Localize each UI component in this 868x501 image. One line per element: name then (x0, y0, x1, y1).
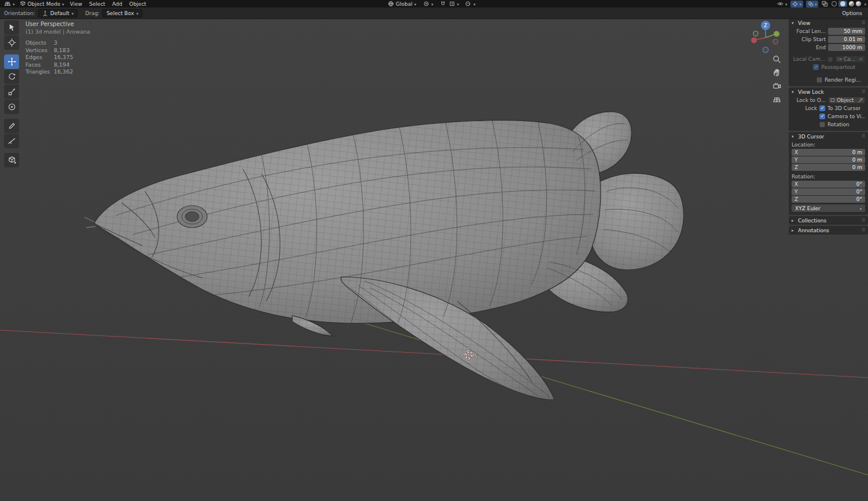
cursor-rotation-x-field[interactable]: X 0° (792, 181, 865, 188)
panel-collections-header[interactable]: Collections (789, 216, 868, 225)
clear-icon[interactable] (858, 56, 863, 62)
shading-dropdown-caret-icon[interactable] (864, 1, 866, 7)
dropdown-caret-icon (457, 1, 459, 7)
gizmos-icon (792, 1, 798, 7)
tool-select-box[interactable] (4, 20, 19, 35)
panel-3d-cursor-header[interactable]: 3D Cursor (789, 132, 868, 141)
lock-3d-cursor-checkbox[interactable] (819, 105, 825, 111)
mode-label: Object Mode (28, 1, 61, 7)
camera-view-icon[interactable] (773, 82, 781, 90)
proportional-circle-icon (465, 1, 471, 7)
pivot-dropdown[interactable] (422, 0, 435, 8)
drag-value: Select Box (106, 10, 134, 16)
editor-type-button[interactable] (2, 0, 17, 8)
pivot-icon (423, 1, 429, 7)
dropdown-caret-icon[interactable] (473, 1, 476, 7)
toolbar (4, 20, 19, 167)
panel-view-header[interactable]: View (789, 19, 868, 27)
pan-hand-icon[interactable] (773, 68, 781, 77)
panel-drag-icon[interactable] (862, 134, 865, 139)
shading-wireframe-button[interactable] (832, 1, 837, 6)
shading-rendered-button[interactable] (856, 1, 861, 6)
scale-icon (8, 87, 16, 96)
local-camera-checkbox[interactable] (827, 57, 833, 62)
sidebar-panel: View Focal Len... 50 mm Clip Start 0.01 … (789, 19, 868, 235)
orientation-default-dropdown[interactable]: Default (38, 9, 78, 17)
panel-view-lock-header[interactable]: View Lock (789, 87, 868, 96)
menu-add[interactable]: Add (109, 0, 126, 8)
overlays-toggle[interactable] (806, 1, 819, 8)
rotation-mode-value: XYZ Euler (795, 206, 821, 211)
visibility-dropdown[interactable] (777, 0, 788, 8)
eyedropper-icon[interactable] (858, 98, 863, 103)
cursor-rotation-z-field[interactable]: Z 0° (792, 196, 865, 203)
zoom-icon[interactable] (773, 55, 781, 64)
panel-drag-icon[interactable] (862, 89, 865, 94)
lock-label: Lock (792, 105, 817, 111)
lock-to-object-field[interactable]: Object (828, 97, 865, 104)
panel-drag-icon[interactable] (862, 218, 865, 223)
passepartout-checkbox[interactable] (813, 64, 819, 70)
xray-toggle[interactable] (821, 0, 829, 8)
transform-controls: Global (387, 0, 476, 8)
menu-object[interactable]: Object (126, 0, 149, 8)
passepartout-label: Passepartout (821, 64, 855, 70)
tool-rotate[interactable] (4, 70, 19, 84)
render-region-checkbox[interactable] (816, 77, 822, 83)
proportional-edit-toggle[interactable] (464, 0, 472, 8)
panel-drag-icon[interactable] (862, 228, 865, 233)
panel-drag-icon[interactable] (862, 20, 865, 25)
dropdown-caret-icon (815, 1, 817, 7)
focal-length-field[interactable]: 50 mm (828, 28, 865, 35)
viewport-editor-icon (4, 1, 11, 8)
barbels (84, 217, 95, 228)
rotate-icon (8, 72, 16, 81)
select-box-icon (8, 23, 16, 32)
lock-rotation-checkbox[interactable] (819, 122, 825, 127)
camera-to-view-label: Camera to Vi... (827, 114, 865, 119)
tool-cursor[interactable] (4, 35, 19, 50)
navigation-gizmo[interactable]: Z (749, 19, 782, 55)
shading-solid-button[interactable] (838, 1, 847, 7)
snap-target-dropdown[interactable] (448, 0, 460, 8)
cursor-location-z-field[interactable]: Z 0 m (792, 164, 865, 171)
cursor-rotation-y-field[interactable]: Y 0° (792, 188, 865, 195)
camera-to-view-checkbox[interactable] (819, 114, 825, 119)
dropdown-caret-icon (799, 1, 801, 7)
cursor-location-y-field[interactable]: Y 0 m (792, 156, 865, 163)
dropdown-caret-icon (414, 1, 417, 7)
gizmo-toggle[interactable] (790, 1, 803, 8)
perspective-toggle-icon[interactable] (773, 95, 781, 104)
mode-selector[interactable]: Object Mode (17, 0, 67, 8)
tool-transform[interactable] (4, 100, 19, 114)
globe-icon (388, 1, 394, 7)
clip-end-label: End (792, 45, 826, 50)
orientation-dropdown[interactable]: Global (387, 0, 417, 8)
rotation-mode-dropdown[interactable]: XYZ Euler (792, 204, 865, 212)
clip-end-field[interactable]: 1000 m (828, 44, 865, 51)
menu-select[interactable]: Select (86, 0, 109, 8)
shading-material-button[interactable] (849, 1, 854, 6)
lock-to-object-label: Lock to O... (792, 97, 826, 103)
dropdown-caret-icon (785, 1, 788, 7)
snap-toggle[interactable] (439, 0, 447, 8)
cursor-location-x-field[interactable]: X 0 m (792, 149, 865, 156)
focal-length-label: Focal Len... (792, 28, 826, 34)
local-camera-field[interactable]: Ca... (835, 56, 865, 63)
rotation-label: Rotation: (789, 173, 868, 180)
drag-dropdown[interactable]: Select Box (102, 9, 142, 17)
tool-measure[interactable] (4, 134, 19, 148)
tool-annotate[interactable] (4, 119, 19, 133)
tool-move[interactable] (4, 54, 19, 69)
viewport-3d[interactable] (0, 0, 868, 501)
clip-start-field[interactable]: 0.01 m (828, 36, 865, 43)
panel-annotations-header[interactable]: Annotations (789, 226, 868, 235)
dropdown-caret-icon (137, 10, 139, 16)
viewport-side-controls (773, 55, 781, 104)
tool-add-cube[interactable] (4, 153, 19, 167)
tool-scale[interactable] (4, 85, 19, 99)
overlays-icon (808, 1, 814, 7)
shading-mode-buttons (832, 1, 861, 7)
options-button[interactable]: Options (840, 10, 864, 16)
menu-view[interactable]: View (67, 0, 86, 8)
